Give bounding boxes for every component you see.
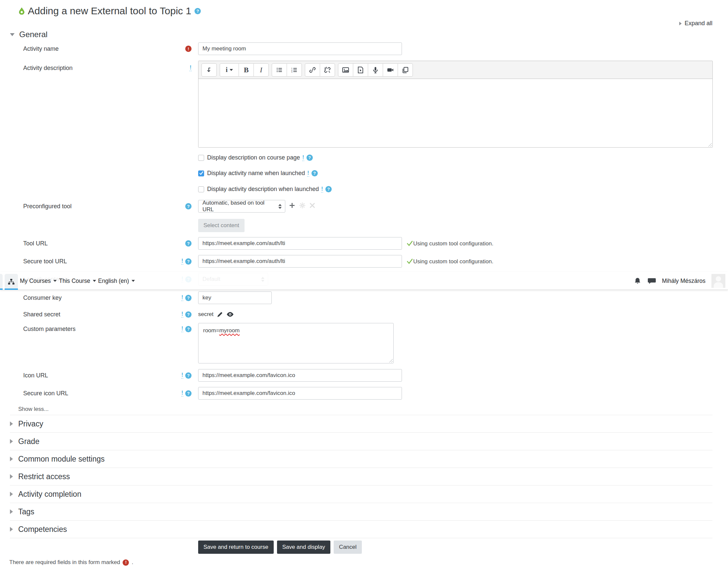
section-activity-completion[interactable]: Activity completion [10,486,712,503]
section-grade[interactable]: Grade [10,433,712,450]
help-icon[interactable]: ? [185,258,191,265]
gear-icon [299,202,305,208]
nav-tab-sitemap[interactable] [5,274,18,290]
section-restrict-access[interactable]: Restrict access [10,468,712,486]
icon-url-input[interactable]: https://meet.example.com/favicon.ico [198,369,402,382]
help-icon[interactable]: ? [306,154,313,161]
display-activity-description-checkbox-row: Display activity description when launch… [198,186,332,193]
activity-drop-icon [19,7,25,15]
description-editor: i B I 1 2 3 [198,61,713,148]
description-editarea[interactable] [199,79,712,147]
help-icon[interactable]: ? [325,186,332,192]
required-fields-note: There are required fields in this form m… [9,559,133,566]
unordered-list-button[interactable] [272,63,287,77]
secure-icon-url-input[interactable]: https://meet.example.com/favicon.ico [198,387,402,400]
bold-button[interactable]: B [239,63,254,77]
section-privacy[interactable]: Privacy [10,415,712,433]
activity-name-label: Activity name [23,46,59,52]
display-description-checkbox-row: Display description on course page ! ? [198,154,313,161]
tool-url-label: Tool URL [23,240,48,247]
display-activity-description-checkbox[interactable] [198,186,204,192]
insert-media-button[interactable] [353,63,368,77]
checkbox-label[interactable]: Display activity description when launch… [207,186,319,193]
advanced-marker-icon: ! [321,186,323,193]
insert-link-button[interactable] [305,63,320,77]
manage-files-button[interactable] [398,63,413,77]
nav-my-courses[interactable]: My Courses [20,272,57,290]
select-content-button[interactable]: Select content [198,219,245,232]
svg-text:3: 3 [291,71,293,73]
help-icon[interactable]: ? [185,390,191,397]
cancel-button[interactable]: Cancel [334,541,362,554]
section-competencies[interactable]: Competencies [10,521,712,538]
editor-toolbar: i B I 1 2 3 [199,61,712,79]
sticky-navbar: My Courses This Course English (en) Mihá… [0,272,728,290]
help-icon[interactable]: ? [185,240,191,247]
display-description-checkbox[interactable] [198,155,204,161]
help-icon[interactable]: ? [185,203,191,209]
expand-triangle-icon [10,422,13,426]
consumer-key-input[interactable]: key [198,291,272,304]
close-icon [309,203,315,208]
help-icon[interactable]: ? [185,326,191,332]
icon-url-row: Icon URL ! ? https://meet.example.com/fa… [0,369,728,382]
activity-name-row: Activity name ! My meeting room [0,42,728,55]
required-icon: ! [123,559,129,566]
secure-icon-url-label: Secure icon URL [23,390,68,397]
advanced-marker-icon: ! [181,311,183,318]
chevron-down-icon [131,280,135,282]
resize-handle[interactable] [388,358,393,363]
activity-name-input[interactable]: My meeting room [198,42,402,55]
insert-image-button[interactable] [338,63,353,77]
help-icon[interactable]: ? [185,372,191,379]
avatar[interactable] [711,274,725,288]
chevron-down-icon [230,69,233,71]
ordered-list-button[interactable]: 1 2 3 [286,63,302,77]
italic-button[interactable]: I [253,63,269,77]
nav-tab-partial[interactable] [0,274,3,290]
nav-this-course[interactable]: This Course [59,272,96,290]
advanced-marker-icon: ! [181,294,183,301]
help-icon[interactable]: ? [194,8,201,14]
user-name[interactable]: Mihály Mészáros [662,278,705,285]
expand-triangle-icon [10,509,13,514]
preconfigured-tool-select[interactable]: Automatic, based on tool URL [198,200,285,212]
nav-language[interactable]: English (en) [98,272,135,290]
section-tags[interactable]: Tags [10,503,712,521]
eye-icon[interactable] [226,312,234,317]
section-general-header[interactable]: General [10,30,48,39]
checkbox-label[interactable]: Display activity name when launched [207,170,305,177]
check-icon [406,258,413,265]
record-video-button[interactable] [383,63,398,77]
preconfigured-tool-label: Preconfigured tool [23,203,71,210]
page-title: Adding a new External tool to Topic 1 ? [19,5,201,17]
preconfigured-tool-row: Preconfigured tool ? Automatic, based on… [0,200,728,212]
add-tool-icon[interactable] [289,202,295,208]
paragraph-styles-button[interactable]: i [220,63,239,77]
secure-tool-url-input[interactable]: https://meet.example.com/auth/lti [198,255,402,268]
save-return-button[interactable]: Save and return to course [198,541,274,554]
resize-handle[interactable] [707,142,712,147]
icon-url-label: Icon URL [23,372,48,379]
display-activity-name-checkbox[interactable] [198,170,204,176]
save-display-button[interactable]: Save and display [277,541,330,554]
secure-tool-url-label: Secure tool URL [23,258,67,265]
unlink-button[interactable] [320,63,335,77]
edit-pencil-icon[interactable] [217,311,223,318]
expand-all-triangle-icon [679,22,681,25]
bell-icon[interactable] [634,277,641,285]
section-common-module-settings[interactable]: Common module settings [10,450,712,468]
tool-url-input[interactable]: https://meet.example.com/auth/lti [198,237,402,250]
help-icon[interactable]: ? [185,295,191,301]
expand-all-link[interactable]: Expand all [679,20,712,27]
advanced-marker-icon: ! [181,390,183,397]
help-icon[interactable]: ? [185,311,191,318]
messages-icon[interactable] [647,277,656,285]
collapse-toolbar-button[interactable] [202,63,217,77]
checkbox-label[interactable]: Display description on course page [207,154,300,161]
check-icon [406,240,413,247]
show-less-link[interactable]: Show less... [18,406,49,412]
custom-parameters-textarea[interactable]: room=myroom [198,323,394,364]
record-audio-button[interactable] [368,63,383,77]
help-icon[interactable]: ? [311,170,318,176]
